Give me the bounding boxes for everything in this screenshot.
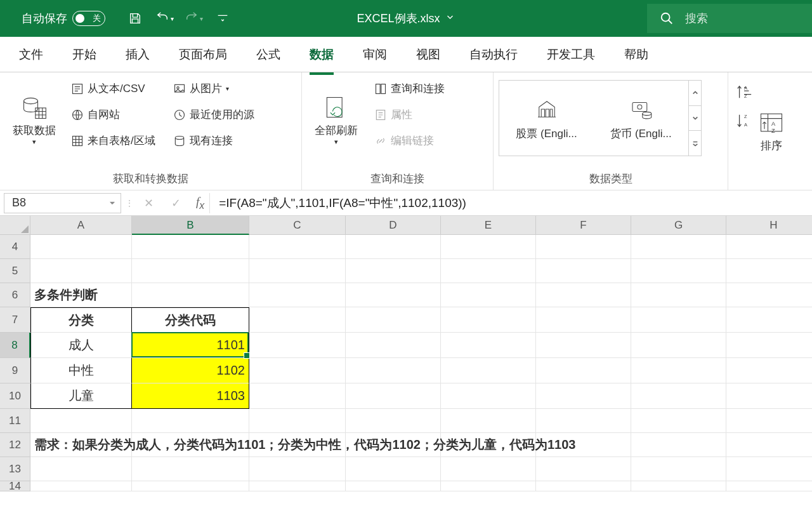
name-box[interactable]: B8: [4, 193, 121, 213]
cell-F6[interactable]: [536, 283, 631, 307]
cell-D7[interactable]: [346, 307, 441, 333]
tab-插入[interactable]: 插入: [113, 43, 162, 67]
row-header-4[interactable]: 4: [0, 235, 30, 259]
cell-G7[interactable]: [631, 307, 726, 333]
sort-button[interactable]: AZ 排序: [755, 77, 788, 185]
tab-公式[interactable]: 公式: [244, 43, 293, 67]
cell-G14[interactable]: [631, 481, 726, 491]
toggle-switch[interactable]: 关: [72, 11, 105, 26]
row-header-5[interactable]: 5: [0, 259, 30, 283]
col-header-H[interactable]: H: [726, 216, 812, 235]
cell-E5[interactable]: [441, 259, 536, 283]
cell-D5[interactable]: [346, 259, 441, 283]
row-header-10[interactable]: 10: [0, 383, 30, 409]
tab-开发工具[interactable]: 开发工具: [534, 43, 608, 67]
gallery-down[interactable]: [689, 106, 701, 131]
col-header-F[interactable]: F: [536, 216, 631, 235]
cell-H8[interactable]: [726, 333, 812, 358]
filename-dropdown[interactable]: [445, 12, 455, 25]
cell-F9[interactable]: [536, 358, 631, 383]
refresh-all-button[interactable]: 全部刷新 ▾: [307, 77, 365, 163]
cell-B11[interactable]: [132, 409, 249, 433]
cell-D8[interactable]: [346, 333, 441, 358]
from-web-button[interactable]: 自网站: [66, 103, 160, 126]
spreadsheet-grid[interactable]: ABCDEFGH 4567891011121314 多条件判断分类分类代码成人1…: [0, 216, 812, 513]
cell-C13[interactable]: [249, 457, 346, 481]
row-header-14[interactable]: 14: [0, 481, 30, 491]
tab-数据[interactable]: 数据: [297, 43, 346, 67]
cell-H9[interactable]: [726, 358, 812, 383]
existing-connections-button[interactable]: 现有连接: [168, 130, 259, 152]
cell-C5[interactable]: [249, 259, 346, 283]
cell-F7[interactable]: [536, 307, 631, 333]
cell-G8[interactable]: [631, 333, 726, 358]
cell-E4[interactable]: [441, 235, 536, 259]
cell-H7[interactable]: [726, 307, 812, 333]
cell-H6[interactable]: [726, 283, 812, 307]
fx-button[interactable]: fx: [191, 195, 209, 211]
cell-A12[interactable]: 需求：如果分类为成人，分类代码为1101；分类为中性，代码为1102；分类为儿童…: [30, 433, 132, 457]
tab-视图[interactable]: 视图: [403, 43, 453, 67]
cell-A11[interactable]: [30, 409, 132, 433]
formula-bar-handle[interactable]: ⋮: [125, 199, 134, 208]
cell-F5[interactable]: [536, 259, 631, 283]
cell-G6[interactable]: [631, 283, 726, 307]
cell-H10[interactable]: [726, 383, 812, 409]
cell-H11[interactable]: [726, 409, 812, 433]
cell-B8[interactable]: 1101: [132, 333, 249, 358]
cell-C7[interactable]: [249, 307, 346, 333]
data-types-gallery[interactable]: 股票 (Engli... 货币 (Engli...: [499, 80, 702, 156]
cell-B4[interactable]: [132, 235, 249, 259]
cell-D13[interactable]: [346, 457, 441, 481]
tab-审阅[interactable]: 审阅: [350, 43, 400, 67]
autosave-toggle[interactable]: 自动保存 关: [22, 11, 110, 26]
tab-页面布局[interactable]: 页面布局: [166, 43, 240, 67]
cell-C14[interactable]: [249, 481, 346, 491]
row-header-12[interactable]: 12: [0, 433, 30, 457]
cell-D6[interactable]: [346, 283, 441, 307]
redo-button[interactable]: ▾: [183, 8, 204, 29]
cell-A8[interactable]: 成人: [30, 333, 132, 358]
row-header-13[interactable]: 13: [0, 457, 30, 481]
queries-connections-button[interactable]: 查询和连接: [369, 77, 450, 100]
cell-E6[interactable]: [441, 283, 536, 307]
cell-A5[interactable]: [30, 259, 132, 283]
formula-input[interactable]: =IF(A8="成人",1101,IF(A8="中性",1102,1103)): [209, 193, 812, 213]
cell-B6[interactable]: [132, 283, 249, 307]
cell-E13[interactable]: [441, 457, 536, 481]
cell-H14[interactable]: [726, 481, 812, 491]
save-button[interactable]: [124, 8, 146, 29]
cell-B7[interactable]: 分类代码: [132, 307, 249, 333]
cell-B10[interactable]: 1103: [132, 383, 249, 409]
cell-E8[interactable]: [441, 333, 536, 358]
cell-H4[interactable]: [726, 235, 812, 259]
cell-G10[interactable]: [631, 383, 726, 409]
cell-F10[interactable]: [536, 383, 631, 409]
cell-B5[interactable]: [132, 259, 249, 283]
namebox-dropdown[interactable]: [109, 196, 115, 210]
select-all-corner[interactable]: [0, 216, 30, 235]
col-header-G[interactable]: G: [631, 216, 726, 235]
cell-F8[interactable]: [536, 333, 631, 358]
row-header-11[interactable]: 11: [0, 409, 30, 433]
cell-A7[interactable]: 分类: [30, 307, 132, 333]
undo-button[interactable]: ▾: [154, 8, 175, 29]
gallery-more[interactable]: [689, 131, 701, 156]
from-table-button[interactable]: 来自表格/区域: [66, 130, 160, 152]
cell-A9[interactable]: 中性: [30, 358, 132, 383]
gallery-up[interactable]: [689, 81, 701, 106]
cell-H13[interactable]: [726, 457, 812, 481]
cell-A13[interactable]: [30, 457, 132, 481]
cell-G9[interactable]: [631, 358, 726, 383]
cell-A10[interactable]: 儿童: [30, 383, 132, 409]
cell-A4[interactable]: [30, 235, 132, 259]
col-header-A[interactable]: A: [30, 216, 132, 235]
cell-C9[interactable]: [249, 358, 346, 383]
cell-F4[interactable]: [536, 235, 631, 259]
cells-area[interactable]: 多条件判断分类分类代码成人1101中性1102儿童1103需求：如果分类为成人，…: [30, 235, 812, 491]
cell-F14[interactable]: [536, 481, 631, 491]
cell-D14[interactable]: [346, 481, 441, 491]
cell-G13[interactable]: [631, 457, 726, 481]
cell-B9[interactable]: 1102: [132, 358, 249, 383]
col-header-D[interactable]: D: [346, 216, 441, 235]
